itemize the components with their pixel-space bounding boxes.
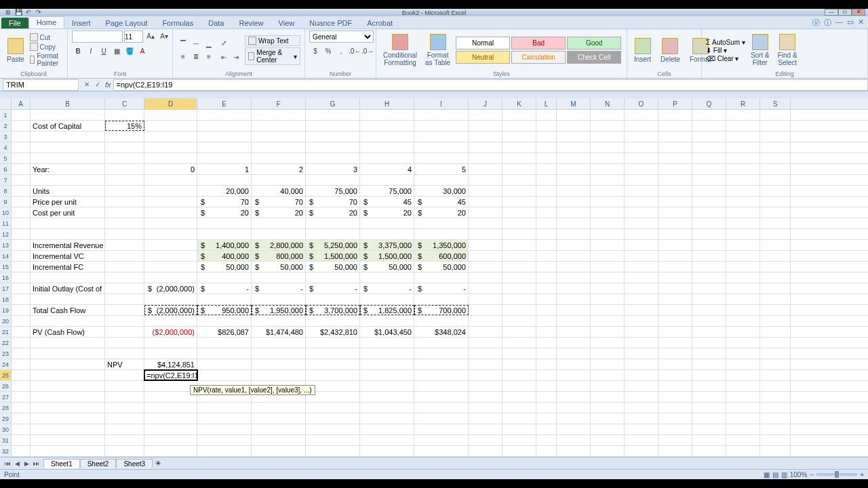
cell-C31[interactable] [105, 435, 144, 445]
cell-H15[interactable]: $50,000 [360, 262, 414, 272]
cell-R10[interactable] [726, 207, 760, 218]
column-header-A[interactable]: A [12, 98, 31, 109]
cell-I8[interactable]: 30,000 [414, 186, 469, 196]
cell-G29[interactable] [306, 413, 360, 424]
cell-E31[interactable] [197, 435, 252, 445]
cell-C12[interactable] [105, 229, 144, 239]
paste-button[interactable]: Paste [4, 37, 27, 64]
cell-A27[interactable] [12, 392, 31, 402]
cell-A9[interactable] [12, 197, 31, 207]
cell-M3[interactable] [557, 131, 591, 142]
cell-Q30[interactable] [692, 424, 726, 434]
cell-J17[interactable] [469, 283, 502, 293]
cell-N15[interactable] [591, 262, 625, 272]
cell-R29[interactable] [726, 413, 760, 424]
cell-A20[interactable] [12, 316, 31, 326]
row-header[interactable]: 3 [0, 131, 12, 142]
cell-R8[interactable] [726, 186, 760, 196]
cell-J2[interactable] [469, 121, 502, 131]
cell-M11[interactable] [557, 218, 591, 228]
cell-M9[interactable] [557, 197, 591, 207]
cell-H21[interactable]: $1,043,450 [360, 327, 414, 337]
cell-M19[interactable] [557, 305, 591, 315]
cell-F10[interactable]: $20 [252, 207, 306, 218]
cell-O7[interactable] [625, 175, 658, 185]
cell-S16[interactable] [760, 272, 791, 283]
cell-C28[interactable] [105, 403, 144, 413]
cell-M29[interactable] [557, 413, 591, 424]
cell-K20[interactable] [502, 316, 536, 326]
cell-O28[interactable] [625, 403, 658, 413]
cell-E16[interactable] [197, 272, 252, 283]
cell-I29[interactable] [414, 413, 469, 424]
cell-L14[interactable] [536, 251, 557, 261]
cell-J6[interactable] [469, 164, 502, 174]
comma-button[interactable]: , [335, 45, 347, 58]
cell-P17[interactable] [658, 283, 692, 293]
font-family-select[interactable] [72, 30, 123, 43]
cell-E8[interactable]: 20,000 [197, 186, 252, 196]
cell-A2[interactable] [12, 121, 31, 131]
maximize-button[interactable]: ▭ [838, 9, 852, 16]
sheet-nav-last[interactable]: ⏭ [31, 460, 41, 467]
cell-I1[interactable] [414, 110, 469, 120]
cell-L32[interactable] [536, 446, 557, 456]
cell-H19[interactable]: $1,825,000 [360, 305, 414, 315]
cell-B8[interactable]: Units [31, 186, 105, 196]
cell-P7[interactable] [658, 175, 692, 185]
ribbon-tab-insert[interactable]: Insert [64, 18, 98, 28]
column-header-B[interactable]: B [31, 98, 105, 109]
cell-K4[interactable] [502, 142, 536, 152]
ribbon-tab-view[interactable]: View [271, 18, 302, 28]
cell-M31[interactable] [557, 435, 591, 445]
window-close-icon[interactable]: ✕ [858, 18, 864, 28]
cell-M30[interactable] [557, 424, 591, 434]
cell-P19[interactable] [658, 305, 692, 315]
save-icon[interactable]: 💾 [14, 8, 22, 16]
cell-L12[interactable] [536, 229, 557, 239]
ribbon-tab-home[interactable]: Home [28, 16, 64, 28]
cell-M8[interactable] [557, 186, 591, 196]
cell-A19[interactable] [12, 305, 31, 315]
cell-M24[interactable] [557, 359, 591, 369]
cell-R4[interactable] [726, 142, 760, 152]
cell-E11[interactable] [197, 218, 252, 228]
border-button[interactable]: ▦ [111, 45, 123, 58]
cell-S26[interactable] [760, 381, 791, 391]
cell-O11[interactable] [625, 218, 658, 228]
cell-J9[interactable] [469, 197, 502, 207]
align-right-button[interactable]: ≡ [203, 51, 215, 63]
cell-E23[interactable] [197, 348, 252, 359]
cell-O18[interactable] [625, 294, 658, 304]
cell-C19[interactable] [105, 305, 144, 315]
cell-H30[interactable] [360, 424, 414, 434]
cell-R16[interactable] [726, 272, 760, 283]
cell-J12[interactable] [469, 229, 502, 239]
cell-G17[interactable]: $- [306, 283, 360, 293]
wrap-text-button[interactable]: Wrap Text [245, 35, 300, 46]
cell-O1[interactable] [625, 110, 658, 120]
cell-P21[interactable] [658, 327, 692, 337]
cell-N9[interactable] [591, 197, 625, 207]
cell-R21[interactable] [726, 327, 760, 337]
cell-F4[interactable] [252, 142, 306, 152]
cell-C30[interactable] [105, 424, 144, 434]
cell-D1[interactable] [144, 110, 197, 120]
ribbon-tab-formulas[interactable]: Formulas [155, 18, 201, 28]
cell-Q5[interactable] [692, 153, 726, 163]
cell-A23[interactable] [12, 348, 31, 359]
cell-D6[interactable]: 0 [144, 164, 197, 174]
cell-I24[interactable] [414, 359, 469, 369]
cell-B13[interactable]: Incremental Revenue [31, 240, 105, 250]
cell-M22[interactable] [557, 338, 591, 348]
cell-M5[interactable] [557, 153, 591, 163]
cell-K26[interactable] [502, 381, 536, 391]
cell-B18[interactable] [31, 294, 105, 304]
cell-R20[interactable] [726, 316, 760, 326]
cell-K5[interactable] [502, 153, 536, 163]
cell-A5[interactable] [12, 153, 31, 163]
cell-D25[interactable]: =npv(C2,E19:I19 [144, 370, 197, 380]
cell-P22[interactable] [658, 338, 692, 348]
cell-H32[interactable] [360, 446, 414, 456]
style-good[interactable]: Good [567, 37, 621, 49]
